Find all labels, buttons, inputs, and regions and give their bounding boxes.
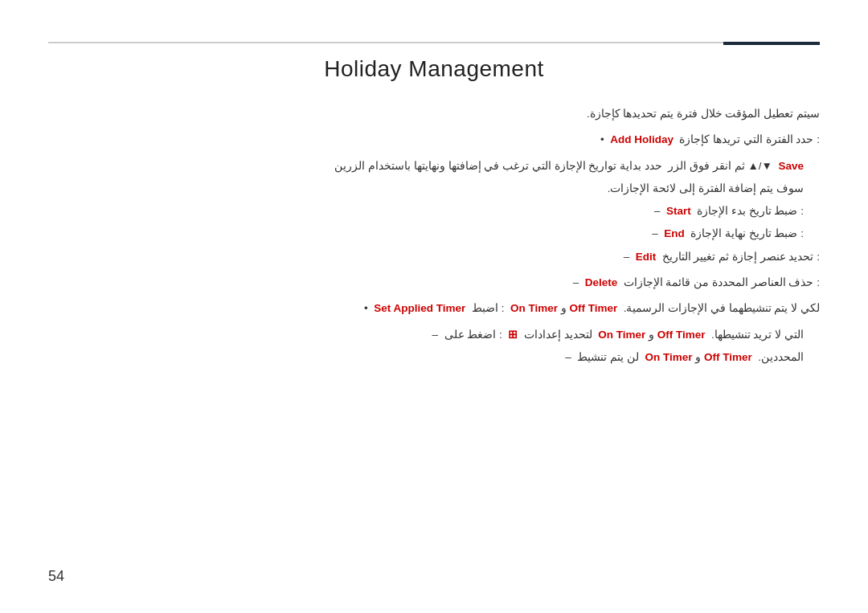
on-timer-label2: On Timer: [598, 329, 645, 341]
set-applied-timer-label: Set Applied Timer: [374, 302, 465, 314]
add-holiday-item: : حدد الفترة التي تريدها كإجازة Add Holi…: [48, 130, 820, 149]
top-border: [48, 42, 820, 43]
top-accent: [723, 42, 820, 45]
add-holiday-detail2: سوف يتم إضافة الفترة إلى لائحة الإجازات.: [48, 179, 820, 198]
start-label: Start: [666, 205, 691, 217]
page-title: Holiday Management: [48, 56, 820, 82]
edit-label: Edit: [636, 251, 657, 263]
end-item: : ضبط تاريخ نهاية الإجازة End –: [48, 224, 820, 243]
page-container: Holiday Management سيتم تعطيل المؤقت خلا…: [0, 0, 868, 613]
delete-label: Delete: [585, 276, 618, 288]
on-timer-label1: On Timer: [510, 302, 558, 314]
off-timer-label2: Off Timer: [657, 329, 706, 341]
on-timer-label3: On Timer: [645, 351, 692, 363]
delete-item: : حذف العناصر المحددة من قائمة الإجازات …: [48, 273, 820, 292]
add-holiday-label: Add Holiday: [610, 133, 674, 145]
set-applied-timer-item: لكي لا يتم تنشيطهما في الإجازات الرسمية.…: [48, 299, 820, 318]
save-label: Save: [778, 160, 804, 172]
edit-item: : تحديد عنصر إجازة ثم تغيير التاريخ Edit…: [48, 247, 820, 267]
add-holiday-detail1: Save ▼/▲ ثم انقر فوق الزر حدد بداية توار…: [48, 157, 820, 176]
intro-text: سيتم تعطيل المؤقت خلال فترة يتم تحديدها …: [48, 104, 820, 124]
start-item: : ضبط تاريخ بدء الإجازة Start –: [48, 202, 820, 221]
page-number: 54: [48, 568, 64, 585]
main-content: Holiday Management سيتم تعطيل المؤقت خلا…: [48, 56, 820, 565]
end-label: End: [664, 227, 685, 239]
off-timer-label1: Off Timer: [569, 302, 617, 314]
off-timer-label3: Off Timer: [704, 351, 752, 363]
text-block: سيتم تعطيل المؤقت خلال فترة يتم تحديدها …: [48, 104, 820, 367]
set-applied-sub2: المحددين. Off Timer و On Timer لن يتم تن…: [48, 348, 820, 367]
set-applied-sub1: التي لا تريد تنشيطها. Off Timer و On Tim…: [48, 325, 820, 345]
icon-label: ⊞: [508, 329, 518, 341]
